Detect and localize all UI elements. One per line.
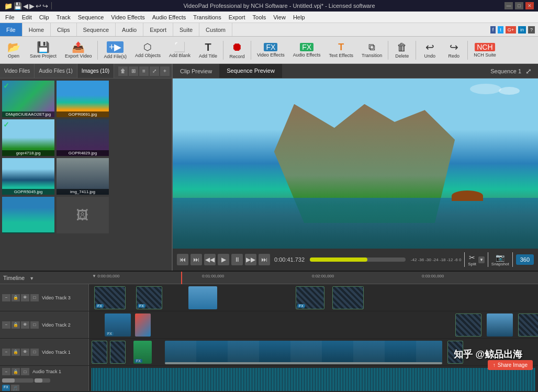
media-thumb-2[interactable]: GOPR0691.jpg (57, 81, 109, 117)
maximize-button[interactable]: □ (515, 2, 523, 9)
tab-home[interactable]: Home (23, 23, 51, 36)
clip-v3-4[interactable]: FX (296, 286, 324, 309)
grid-view-button[interactable]: ⊞ (129, 66, 138, 76)
track-2-content[interactable]: FX (89, 311, 538, 338)
social-gp[interactable]: G+ (506, 26, 516, 33)
audio-volume-slider[interactable] (2, 378, 33, 383)
record-button[interactable]: ⏺ Record (226, 38, 249, 62)
goto-end-button[interactable]: ⏭ (259, 254, 270, 265)
help-icon[interactable]: ? (528, 26, 535, 33)
audio-lock[interactable]: 🔒 (12, 368, 20, 375)
audio-fx-badge[interactable]: FX (2, 385, 10, 391)
list-view-button[interactable]: ≡ (139, 66, 149, 76)
media-thumb-1[interactable]: ✓ DMqt6CIUEAAO2ET.jpg (2, 81, 54, 117)
menu-sequence[interactable]: Sequence (75, 13, 107, 21)
track-audio-content[interactable] (89, 366, 538, 391)
audio-mute[interactable]: − (2, 368, 10, 375)
file-tab-audio[interactable]: Audio Files (1) (35, 64, 77, 78)
clip-v3-2[interactable]: FX (136, 286, 162, 309)
audio-effects-button[interactable]: FX Audio Effects (289, 38, 324, 62)
file-tab-video[interactable]: Video Files (0, 64, 35, 78)
minimize-button[interactable]: — (505, 2, 513, 9)
playhead-marker[interactable] (181, 272, 182, 284)
media-thumb-3[interactable]: ✓ gopr4718.jpg (2, 119, 54, 156)
audio-balance-slider[interactable] (35, 378, 50, 383)
tab-audio[interactable]: Audio (116, 23, 143, 36)
track-2-lock[interactable]: 🔒 (12, 321, 20, 329)
clip-v3-3[interactable] (188, 286, 217, 309)
track-3-content[interactable]: FX FX FX (89, 284, 538, 311)
clip-v1-3[interactable]: FX (133, 341, 152, 364)
nch-suite-button[interactable]: NCH NCH Suite (470, 38, 500, 62)
add-title-button[interactable]: T Add Title (195, 38, 221, 62)
export-video-button[interactable]: 📤 Export Video (61, 38, 95, 62)
media-thumb-7[interactable] (2, 197, 54, 233)
media-thumb-6[interactable]: img_7411.jpg (57, 158, 109, 195)
vr-360-button[interactable]: 360 (516, 254, 534, 265)
fast-forward-button[interactable]: ▶▶ (245, 254, 256, 265)
social-li[interactable]: in (518, 26, 526, 33)
clip-v3-1[interactable]: FX (94, 286, 126, 309)
delete-media-button[interactable]: 🗑 (118, 66, 128, 76)
tab-clips[interactable]: Clips (51, 23, 76, 36)
social-fb[interactable]: f (490, 26, 496, 33)
titlebar-winbtns[interactable]: — □ ✕ (505, 2, 534, 9)
save-project-button[interactable]: 💾 Save Project (26, 38, 60, 62)
menu-transitions[interactable]: Transitions (190, 13, 224, 21)
tab-custom[interactable]: Custom (199, 23, 232, 36)
track-2-vol[interactable]: □ (30, 321, 39, 329)
media-thumb-5[interactable]: GOPR5045.jpg (2, 158, 54, 195)
clip-preview-tab[interactable]: Clip Preview (173, 64, 219, 78)
clip-v2-3[interactable] (455, 313, 481, 337)
track-3-mute[interactable]: − (2, 294, 10, 301)
progress-bar[interactable] (310, 257, 406, 262)
add-files-button[interactable]: +▶ Add File(s) (100, 38, 130, 62)
add-objects-button[interactable]: ⬡ Add Objects (131, 38, 164, 62)
timeline-dropdown-icon[interactable]: ▼ (29, 276, 34, 281)
expand-preview-button[interactable]: ⤢ (525, 67, 532, 75)
menu-edit[interactable]: Edit (19, 13, 35, 21)
text-effects-button[interactable]: T Text Effects (326, 38, 357, 62)
split-dropdown-button[interactable]: ▼ (478, 256, 485, 263)
audio-headphone[interactable]: 🎵 (11, 385, 19, 391)
menu-video-effects[interactable]: Video Effects (108, 13, 148, 21)
clip-v1-main[interactable] (165, 341, 442, 364)
pause-button[interactable]: ⏸ (231, 254, 243, 265)
transition-button[interactable]: ⧉ Transition (358, 38, 386, 62)
track-1-content[interactable]: FX (89, 339, 538, 365)
media-thumb-8[interactable]: 🖼 (57, 197, 109, 233)
menu-clip[interactable]: Clip (36, 13, 52, 21)
sequence-preview-tab[interactable]: Sequence Preview (219, 64, 282, 78)
share-button[interactable]: ↑ Share Image (488, 360, 533, 370)
video-effects-button[interactable]: FX Video Effects (253, 38, 288, 62)
menu-tools[interactable]: Tools (250, 13, 270, 21)
tab-sequence[interactable]: Sequence (77, 23, 116, 36)
delete-button[interactable]: 🗑 Delete (390, 38, 413, 62)
track-1-eye[interactable]: 👁 (21, 349, 29, 356)
track-2-mute[interactable]: − (2, 321, 10, 329)
undo-button[interactable]: ↩ Undo (418, 38, 441, 62)
split-button[interactable]: ✂ Split (468, 253, 476, 266)
menu-view[interactable]: View (270, 13, 289, 21)
media-thumb-4[interactable]: GOPR4829.jpg (57, 119, 109, 156)
clip-v1-end[interactable] (447, 341, 463, 364)
clip-v1-2[interactable] (110, 341, 126, 364)
redo-button[interactable]: ↪ Redo (442, 38, 465, 62)
add-blank-button[interactable]: ⬜ Add Blank (165, 38, 194, 62)
clip-v2-4[interactable] (487, 313, 513, 337)
track-2-eye[interactable]: 👁 (21, 321, 29, 329)
tab-suite[interactable]: Suite (173, 23, 199, 36)
audio-eye[interactable]: □ (21, 368, 29, 375)
clip-v2-5[interactable] (518, 313, 538, 337)
open-button[interactable]: 📂 Open (2, 38, 25, 62)
clip-v1-1[interactable] (92, 341, 107, 364)
add-media-button[interactable]: + (160, 66, 170, 76)
tab-file[interactable]: File (0, 23, 23, 36)
menu-export[interactable]: Export (226, 13, 249, 21)
clip-v2-transition[interactable] (135, 313, 151, 337)
menu-audio-effects[interactable]: Audio Effects (149, 13, 189, 21)
social-tw[interactable]: t (498, 26, 503, 33)
tab-export[interactable]: Export (143, 23, 173, 36)
close-button[interactable]: ✕ (525, 2, 534, 9)
clip-v2-1[interactable]: FX (105, 313, 131, 337)
